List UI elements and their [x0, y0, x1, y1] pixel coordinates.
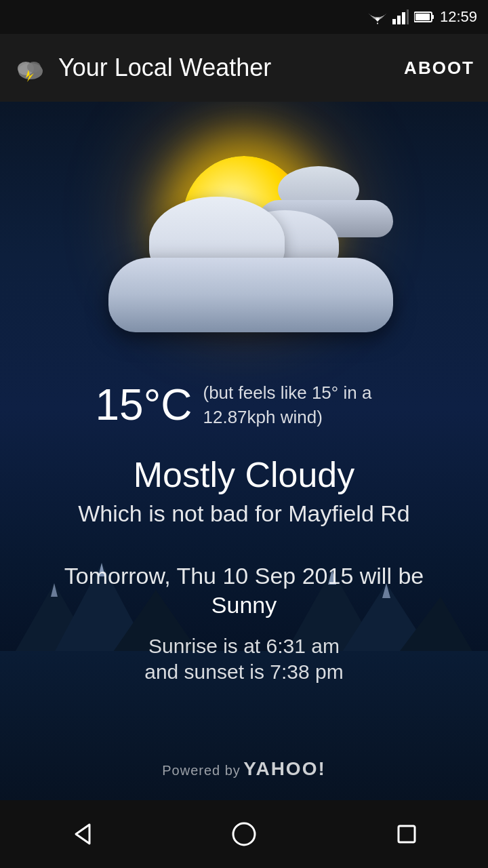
- sunset-text: and sunset is 7:38 pm: [0, 660, 488, 684]
- back-button[interactable]: [61, 814, 102, 854]
- svg-rect-23: [399, 826, 415, 842]
- status-time: 12:59: [440, 8, 477, 26]
- tomorrow-weather: Sunny: [0, 592, 488, 618]
- svg-rect-6: [415, 14, 430, 20]
- svg-point-9: [27, 62, 41, 73]
- home-button[interactable]: [224, 814, 264, 854]
- svg-marker-21: [76, 825, 89, 844]
- main-background: 15°C (but feels like 15° in a 12.87kph w…: [0, 102, 488, 868]
- app-logo-icon: [14, 51, 47, 85]
- temperature-area: 15°C (but feels like 15° in a 12.87kph w…: [0, 380, 488, 430]
- yahoo-brand: YAHOO!: [243, 758, 325, 779]
- condition-area: Mostly Cloudy Which is not bad for Mayfi…: [0, 454, 488, 527]
- battery-icon: [414, 11, 434, 23]
- weather-icon: [75, 142, 413, 346]
- tomorrow-area: Tomorrow, Thu 10 Sep 2015 will be Sunny …: [0, 563, 488, 684]
- feels-like-text: (but feels like 15° in a 12.87kph wind): [203, 380, 393, 430]
- svg-rect-5: [432, 15, 434, 19]
- about-button[interactable]: ABOOT: [404, 58, 474, 79]
- sunrise-text: Sunrise is at 6:31 am: [0, 635, 488, 658]
- location-note: Which is not bad for Mayfield Rd: [0, 500, 488, 527]
- condition-label: Mostly Cloudy: [0, 454, 488, 495]
- wifi-icon: [368, 9, 387, 24]
- app-bar: Your Local Weather ABOOT: [0, 34, 488, 102]
- app-bar-left: Your Local Weather: [14, 51, 271, 85]
- cloud-main: [108, 224, 393, 332]
- powered-by-label: Powered by: [162, 763, 241, 778]
- signal-icon: [392, 9, 409, 24]
- tomorrow-label: Tomorrow, Thu 10 Sep 2015 will be: [0, 563, 488, 589]
- powered-by-area: Powered by YAHOO!: [0, 758, 488, 780]
- recent-button[interactable]: [386, 814, 427, 854]
- app-title: Your Local Weather: [58, 54, 271, 82]
- svg-rect-0: [392, 19, 396, 24]
- temperature-value: 15°C: [96, 380, 192, 430]
- svg-rect-3: [407, 9, 409, 24]
- bottom-navigation: [0, 800, 488, 868]
- svg-rect-1: [397, 16, 401, 24]
- svg-rect-2: [402, 12, 405, 24]
- status-bar: 12:59: [0, 0, 488, 34]
- svg-point-22: [233, 823, 255, 845]
- status-icons: 12:59: [368, 8, 477, 26]
